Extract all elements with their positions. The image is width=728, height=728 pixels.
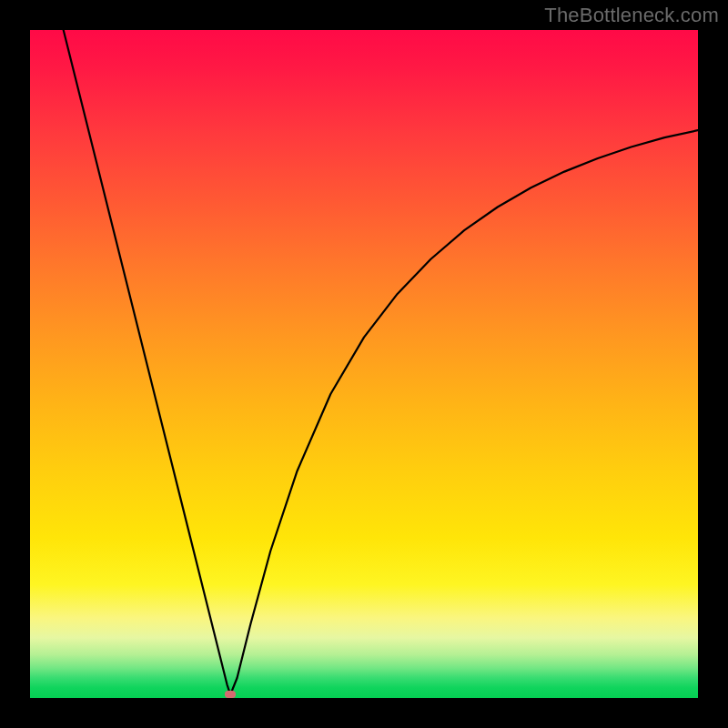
chart-root: TheBottleneck.com bbox=[0, 0, 728, 728]
plot-area bbox=[30, 30, 698, 698]
watermark-text: TheBottleneck.com bbox=[544, 4, 719, 27]
bottleneck-curve bbox=[64, 30, 698, 694]
minimum-marker bbox=[225, 691, 236, 698]
curve-svg bbox=[30, 30, 698, 698]
